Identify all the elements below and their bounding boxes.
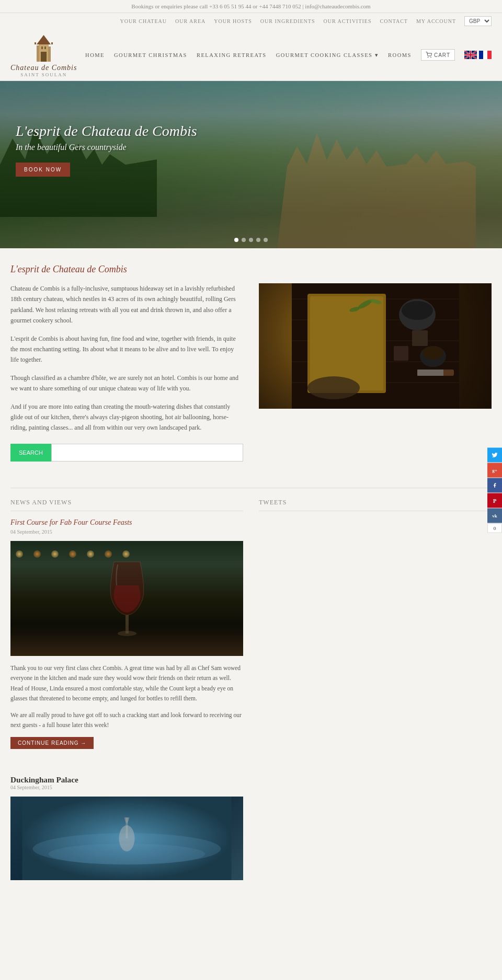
secondary-nav-our-ingredients[interactable]: OUR INGREDIENTS (260, 18, 315, 24)
social-sidebar: g+ P vk 0 (487, 447, 502, 533)
intro-para-4: And if you are more into eating than cre… (10, 401, 243, 433)
nav-rooms[interactable]: ROOMS (388, 52, 412, 58)
pinterest-button[interactable]: P (487, 493, 502, 508)
article-2-photo (10, 797, 243, 880)
uk-flag[interactable] (464, 51, 477, 59)
google-plus-button[interactable]: g+ (487, 463, 502, 477)
svg-point-10 (430, 57, 431, 57)
tweets-column: Tweets (259, 499, 492, 880)
secondary-nav-your-chateau[interactable]: YOUR CHATEAU (120, 18, 167, 24)
intro-para-1: Chateau de Combis is a fully-inclusive, … (10, 283, 243, 326)
intro-section-title: L'esprit de Chateau de Combis (10, 264, 492, 275)
search-input[interactable] (51, 444, 243, 462)
contact-info: Bookings or enquiries please call +33 6 … (131, 3, 370, 9)
twitter-button[interactable] (487, 447, 502, 462)
article-1-body-2: We are all really proud to have got off … (10, 710, 243, 731)
svg-rect-4 (41, 52, 47, 62)
currency-selector[interactable]: GBP EUR USD (464, 16, 492, 26)
news-article-1: First Course for Fab Four Course Feasts … (10, 518, 243, 765)
article-1-title[interactable]: First Course for Fab Four Course Feasts (10, 518, 243, 527)
article-1-date: 04 September, 2015 (10, 529, 243, 535)
logo[interactable]: Chateau de Combis SAINT SOULAN (10, 32, 77, 77)
article-1-photo (10, 541, 243, 656)
hero-section: L'esprit de Chateau de Combis In the bea… (0, 81, 502, 248)
hand-shadow (10, 625, 243, 656)
cart-label: CART (434, 52, 450, 58)
main-navigation: HOME GOURMET CHRISTMAS RELAXING RETREATS… (85, 49, 492, 61)
nav-home[interactable]: HOME (85, 52, 105, 58)
hero-dot-2[interactable] (242, 238, 246, 242)
news-section-header: News and Views (10, 499, 243, 511)
hero-subtitle: In the beautiful Gers countryside (16, 143, 486, 152)
facebook-button[interactable] (487, 478, 502, 492)
fr-flag[interactable] (479, 51, 492, 59)
language-flags (464, 51, 492, 59)
logo-tagline: SAINT SOULAN (20, 72, 67, 77)
cooking-photo-inner (259, 283, 492, 409)
article-1-body-1: Thank you to our very first class chez C… (10, 663, 243, 704)
hero-dot-3[interactable] (249, 238, 253, 242)
wine-glass-scene (10, 541, 243, 656)
svg-point-9 (428, 57, 428, 57)
top-bar: Bookings or enquiries please call +33 6 … (0, 0, 502, 13)
news-column: News and Views First Course for Fab Four… (10, 499, 243, 880)
news-tweets-grid: News and Views First Course for Fab Four… (10, 499, 492, 880)
secondary-nav-your-hosts[interactable]: YOUR HOSTS (214, 18, 252, 24)
cart-button[interactable]: CART (421, 49, 455, 61)
secondary-nav-contact[interactable]: CONTACT (380, 18, 408, 24)
article-2-title[interactable]: Duckingham Palace (10, 775, 243, 785)
book-now-button[interactable]: BOOK NOW (16, 163, 70, 177)
hero-content: L'esprit de Chateau de Combis In the bea… (0, 81, 502, 192)
main-content: L'esprit de Chateau de Combis Chateau de… (0, 248, 502, 896)
svg-rect-1 (37, 45, 39, 62)
logo-icon (29, 33, 58, 63)
intro-text: Chateau de Combis is a fully-inclusive, … (10, 283, 243, 472)
social-count: 0 (487, 523, 502, 533)
svg-rect-2 (48, 47, 51, 62)
svg-rect-7 (35, 42, 36, 44)
bokeh-3 (51, 550, 59, 558)
vk-button[interactable]: vk (487, 508, 502, 523)
cooking-scene-svg (292, 283, 459, 409)
bokeh-4 (69, 550, 76, 558)
svg-point-24 (402, 301, 433, 320)
tweets-section-header: Tweets (259, 499, 492, 511)
article-2-photo-svg (10, 797, 243, 880)
continue-reading-button-1[interactable]: CONTINUE READING → (10, 737, 94, 749)
hero-dot-5[interactable] (264, 238, 268, 242)
secondary-nav-our-area[interactable]: OUR AREA (175, 18, 206, 24)
hero-dots (234, 238, 268, 242)
cooking-photo (259, 283, 492, 409)
intro-para-2: L'esprit de Combis is about having fun, … (10, 333, 243, 365)
nav-gourmet-cooking[interactable]: GOURMET COOKING CLASSES ▾ (276, 52, 379, 58)
svg-rect-5 (41, 47, 43, 49)
svg-rect-22 (310, 296, 383, 390)
hero-dot-1[interactable] (234, 238, 238, 242)
svg-rect-13 (483, 51, 487, 59)
nav-relaxing-retreats[interactable]: RELAXING RETREATS (197, 52, 267, 58)
bokeh-1 (16, 550, 23, 558)
svg-rect-34 (417, 370, 443, 376)
svg-marker-3 (37, 35, 51, 44)
intro-para-3: Though classified as a chambre d'hôte, w… (10, 373, 243, 394)
svg-rect-27 (412, 330, 428, 346)
svg-rect-28 (394, 346, 408, 361)
secondary-nav-my-account[interactable]: MY ACCOUNT (416, 18, 456, 24)
hero-dot-4[interactable] (256, 238, 260, 242)
search-area: SEARCH (10, 444, 243, 462)
svg-rect-8 (51, 42, 53, 44)
svg-rect-12 (479, 51, 483, 59)
logo-text: Chateau de Combis (10, 64, 77, 72)
search-button[interactable]: SEARCH (10, 444, 51, 462)
svg-point-26 (423, 346, 443, 360)
cart-icon (426, 52, 432, 58)
svg-point-35 (307, 376, 360, 399)
bokeh-5 (87, 550, 94, 558)
hero-title: L'esprit de Chateau de Combis (16, 123, 486, 140)
section-divider-1 (10, 488, 492, 488)
secondary-nav-our-activities[interactable]: OUR ACTIVITIES (323, 18, 371, 24)
intro-grid: Chateau de Combis is a fully-inclusive, … (10, 283, 492, 472)
nav-gourmet-christmas[interactable]: GOURMET CHRISTMAS (114, 52, 187, 58)
article-2-date: 04 September, 2015 (10, 785, 243, 790)
svg-rect-6 (44, 47, 46, 49)
